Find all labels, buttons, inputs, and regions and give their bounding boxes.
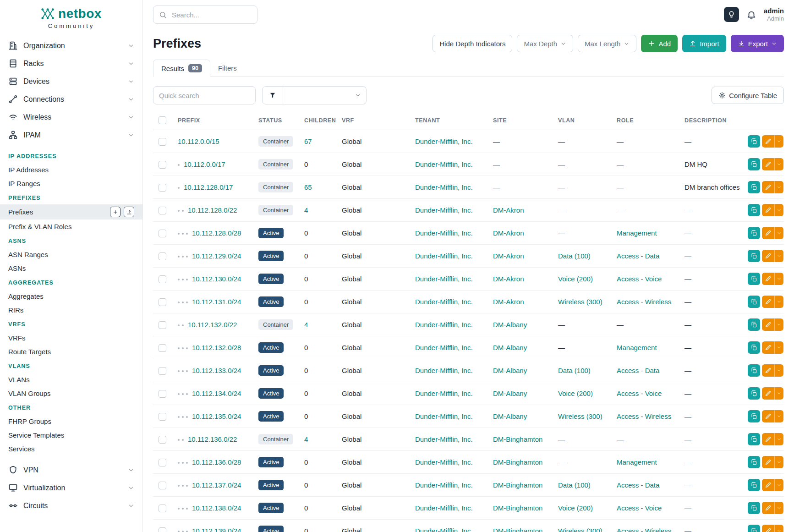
prefix-link[interactable]: 10.112.133.0/24 [192, 367, 241, 374]
role-link[interactable]: Access - Voice [617, 389, 662, 397]
vlan-link[interactable]: Wireless (300) [558, 527, 602, 532]
global-search[interactable] [153, 5, 257, 24]
sidebar-item-aggregates[interactable]: Aggregates [0, 289, 142, 303]
clone-button[interactable] [748, 364, 760, 377]
prefix-link[interactable]: 10.112.128.0/22 [188, 206, 237, 214]
edit-button[interactable] [762, 158, 774, 170]
quick-add-button[interactable] [110, 207, 120, 217]
edit-button[interactable] [762, 341, 774, 354]
role-link[interactable]: Access - Wireless [617, 412, 671, 420]
tenant-link[interactable]: Dunder-Mifflin, Inc. [415, 229, 473, 237]
clone-button[interactable] [748, 410, 760, 422]
edit-dropdown-button[interactable] [774, 250, 783, 262]
edit-button[interactable] [762, 318, 774, 331]
row-checkbox[interactable] [159, 367, 166, 375]
row-checkbox[interactable] [159, 344, 166, 352]
clone-button[interactable] [748, 318, 760, 331]
prefix-link[interactable]: 10.112.131.0/24 [192, 298, 241, 306]
edit-button[interactable] [762, 433, 774, 445]
saved-filter-select[interactable] [283, 86, 367, 104]
notifications-button[interactable] [746, 10, 756, 20]
site-link[interactable]: DM-Akron [493, 252, 524, 260]
sidebar-item-route-targets[interactable]: Route Targets [0, 345, 142, 358]
column-header-status[interactable]: STATUS [253, 111, 299, 130]
edit-dropdown-button[interactable] [774, 456, 783, 468]
role-link[interactable]: Access - Voice [617, 275, 662, 283]
prefix-link[interactable]: 10.112.136.0/28 [192, 458, 241, 466]
sidebar-item-vlan-groups[interactable]: VLAN Groups [0, 386, 142, 400]
site-link[interactable]: DM-Albany [493, 412, 527, 420]
tenant-link[interactable]: Dunder-Mifflin, Inc. [415, 389, 473, 397]
tenant-link[interactable]: Dunder-Mifflin, Inc. [415, 252, 473, 260]
vlan-link[interactable]: Voice (200) [558, 275, 593, 283]
children-count-link[interactable]: 65 [304, 183, 312, 191]
edit-dropdown-button[interactable] [774, 387, 783, 400]
site-link[interactable]: DM-Albany [493, 367, 527, 374]
prefix-link[interactable]: 10.112.129.0/24 [192, 252, 241, 260]
sidebar-item-racks[interactable]: Racks [0, 55, 142, 72]
column-header-children[interactable]: CHILDREN [299, 111, 336, 130]
children-count-link[interactable]: 4 [304, 321, 308, 329]
prefix-link[interactable]: 10.112.132.0/22 [188, 321, 237, 329]
clone-button[interactable] [748, 204, 760, 216]
row-checkbox[interactable] [159, 505, 166, 512]
clone-button[interactable] [748, 250, 760, 262]
user-menu[interactable]: admin Admin [764, 6, 784, 23]
sidebar-item-connections[interactable]: Connections [0, 90, 142, 108]
prefix-link[interactable]: 10.112.137.0/24 [192, 481, 241, 489]
quick-import-button[interactable] [124, 207, 134, 217]
hide-depth-indicators-button[interactable]: Hide Depth Indicators [433, 35, 512, 52]
prefix-link[interactable]: 10.112.134.0/24 [192, 389, 241, 397]
edit-dropdown-button[interactable] [774, 204, 783, 216]
site-link[interactable]: DM-Binghamton [493, 527, 542, 532]
tenant-link[interactable]: Dunder-Mifflin, Inc. [415, 206, 473, 214]
clone-button[interactable] [748, 273, 760, 285]
row-checkbox[interactable] [159, 275, 166, 283]
clone-button[interactable] [748, 433, 760, 445]
sidebar-item-prefix-vlan-roles[interactable]: Prefix & VLAN Roles [0, 219, 142, 233]
edit-button[interactable] [762, 525, 774, 532]
sidebar-item-ip-addresses[interactable]: IP Addresses [0, 163, 142, 176]
clone-button[interactable] [748, 387, 760, 400]
site-link[interactable]: DM-Akron [493, 298, 524, 306]
role-link[interactable]: Access - Data [617, 367, 659, 374]
tenant-link[interactable]: Dunder-Mifflin, Inc. [415, 183, 473, 191]
vlan-link[interactable]: Data (100) [558, 481, 591, 489]
brand[interactable]: netbox Community [0, 0, 142, 31]
site-link[interactable]: DM-Binghamton [493, 504, 542, 512]
prefix-link[interactable]: 10.112.132.0/28 [192, 344, 241, 351]
edit-dropdown-button[interactable] [774, 364, 783, 377]
edit-button[interactable] [762, 135, 774, 148]
edit-button[interactable] [762, 273, 774, 285]
sidebar-item-organization[interactable]: Organization [0, 37, 142, 55]
tenant-link[interactable]: Dunder-Mifflin, Inc. [415, 527, 473, 532]
site-link[interactable]: DM-Albany [493, 321, 527, 329]
clone-button[interactable] [748, 341, 760, 354]
role-link[interactable]: Access - Voice [617, 504, 662, 512]
row-checkbox[interactable] [159, 252, 166, 260]
clone-button[interactable] [748, 296, 760, 308]
sidebar-item-fhrp-groups[interactable]: FHRP Groups [0, 414, 142, 428]
children-count-link[interactable]: 4 [304, 206, 308, 214]
tenant-link[interactable]: Dunder-Mifflin, Inc. [415, 458, 473, 466]
clone-button[interactable] [748, 135, 760, 148]
tenant-link[interactable]: Dunder-Mifflin, Inc. [415, 367, 473, 374]
site-link[interactable]: DM-Binghamton [493, 435, 542, 443]
row-checkbox[interactable] [159, 138, 166, 146]
site-link[interactable]: DM-Akron [493, 229, 524, 237]
site-link[interactable]: DM-Binghamton [493, 458, 542, 466]
global-search-input[interactable] [171, 11, 252, 19]
row-checkbox[interactable] [159, 184, 166, 192]
edit-button[interactable] [762, 364, 774, 377]
sidebar-item-vpn[interactable]: VPN [0, 461, 142, 479]
row-checkbox[interactable] [159, 527, 166, 532]
vlan-link[interactable]: Wireless (300) [558, 412, 602, 420]
row-checkbox[interactable] [159, 413, 166, 421]
row-checkbox[interactable] [159, 161, 166, 169]
tenant-link[interactable]: Dunder-Mifflin, Inc. [415, 321, 473, 329]
select-all-checkbox[interactable] [159, 116, 166, 124]
prefix-link[interactable]: 10.112.138.0/24 [192, 504, 241, 512]
edit-dropdown-button[interactable] [774, 433, 783, 445]
edit-dropdown-button[interactable] [774, 135, 783, 148]
row-checkbox[interactable] [159, 390, 166, 398]
